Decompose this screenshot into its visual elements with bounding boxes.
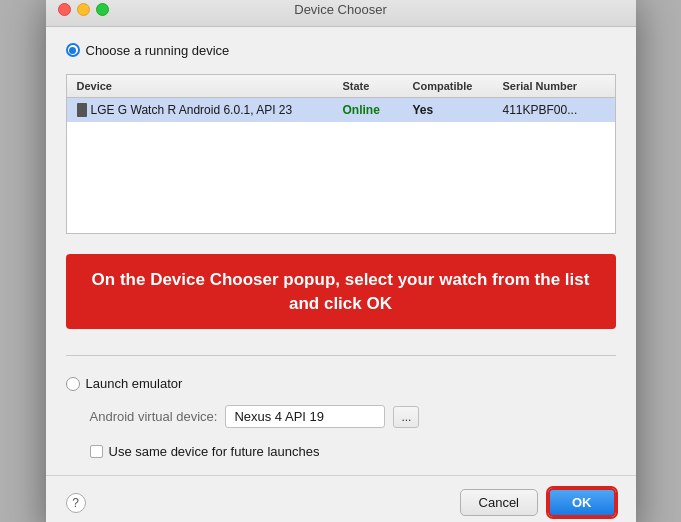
same-device-checkbox[interactable] <box>90 445 103 458</box>
choose-device-radio[interactable] <box>66 43 80 57</box>
choose-device-row[interactable]: Choose a running device <box>66 43 616 58</box>
help-button[interactable]: ? <box>66 493 86 513</box>
table-header: Device State Compatible Serial Number <box>67 75 615 98</box>
emulator-radio[interactable] <box>66 377 80 391</box>
annotation-text: On the Device Chooser popup, select your… <box>92 270 590 313</box>
device-name: LGE G Watch R Android 6.0.1, API 23 <box>91 103 293 117</box>
checkbox-row[interactable]: Use same device for future launches <box>66 444 616 459</box>
main-content: Choose a running device Device State Com… <box>46 27 636 476</box>
minimize-button[interactable] <box>77 3 90 16</box>
traffic-lights <box>58 3 109 16</box>
avd-row: Android virtual device: ... <box>66 405 616 428</box>
table-row[interactable]: LGE G Watch R Android 6.0.1, API 23 Onli… <box>67 98 615 122</box>
annotation-box: On the Device Chooser popup, select your… <box>66 254 616 330</box>
device-icon <box>77 103 87 117</box>
choose-device-label: Choose a running device <box>86 43 230 58</box>
col-compatible: Compatible <box>409 78 499 94</box>
device-state: Online <box>339 101 409 119</box>
emulator-label: Launch emulator <box>86 376 183 391</box>
col-serial: Serial Number <box>499 78 609 94</box>
device-compatible: Yes <box>409 101 499 119</box>
avd-label: Android virtual device: <box>90 409 218 424</box>
avd-dots-button[interactable]: ... <box>393 406 419 428</box>
device-chooser-window: Device Chooser Choose a running device D… <box>46 0 636 522</box>
section-divider <box>66 355 616 356</box>
device-name-cell: LGE G Watch R Android 6.0.1, API 23 <box>73 101 339 119</box>
close-button[interactable] <box>58 3 71 16</box>
col-device: Device <box>73 78 339 94</box>
same-device-label: Use same device for future launches <box>109 444 320 459</box>
avd-input[interactable] <box>225 405 385 428</box>
emulator-row[interactable]: Launch emulator <box>66 376 616 391</box>
maximize-button[interactable] <box>96 3 109 16</box>
cancel-button[interactable]: Cancel <box>460 489 538 516</box>
radio-dot <box>69 47 76 54</box>
footer-buttons: Cancel OK <box>460 488 616 517</box>
titlebar: Device Chooser <box>46 0 636 27</box>
footer: ? Cancel OK <box>46 475 636 522</box>
ok-button[interactable]: OK <box>548 488 616 517</box>
window-title: Device Chooser <box>294 2 387 17</box>
device-serial: 411KPBF00... <box>499 101 609 119</box>
col-state: State <box>339 78 409 94</box>
device-table: Device State Compatible Serial Number LG… <box>66 74 616 234</box>
